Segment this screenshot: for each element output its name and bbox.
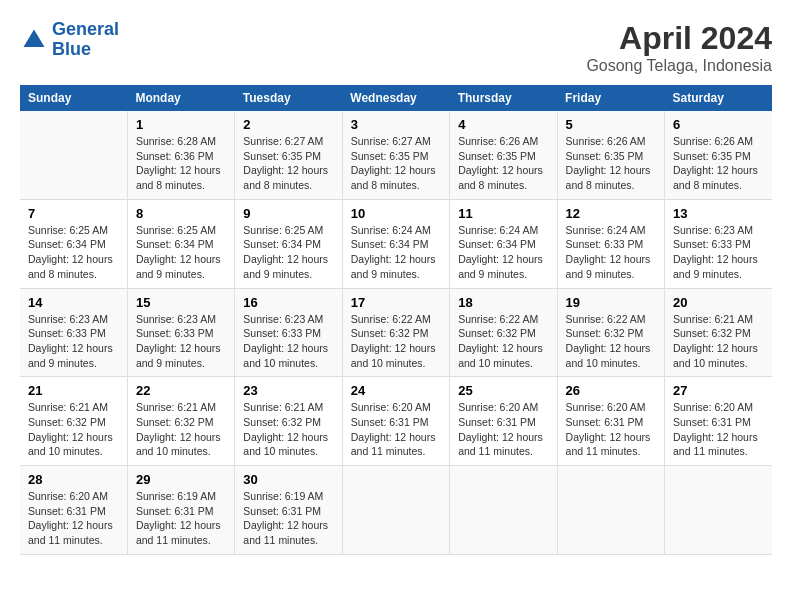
logo-line2: Blue [52,39,91,59]
logo-line1: General [52,19,119,39]
cell-info: Sunrise: 6:21 AM Sunset: 6:32 PM Dayligh… [673,312,764,371]
cell-info: Sunrise: 6:23 AM Sunset: 6:33 PM Dayligh… [28,312,119,371]
cell-info: Sunrise: 6:24 AM Sunset: 6:34 PM Dayligh… [351,223,441,282]
header-monday: Monday [127,85,234,111]
day-number: 1 [136,117,226,132]
cell-info: Sunrise: 6:19 AM Sunset: 6:31 PM Dayligh… [243,489,333,548]
day-number: 11 [458,206,548,221]
calendar-cell: 21Sunrise: 6:21 AM Sunset: 6:32 PM Dayli… [20,377,127,466]
day-number: 15 [136,295,226,310]
cell-info: Sunrise: 6:23 AM Sunset: 6:33 PM Dayligh… [243,312,333,371]
day-number: 19 [566,295,656,310]
calendar-cell: 12Sunrise: 6:24 AM Sunset: 6:33 PM Dayli… [557,199,664,288]
cell-info: Sunrise: 6:19 AM Sunset: 6:31 PM Dayligh… [136,489,226,548]
calendar-cell: 30Sunrise: 6:19 AM Sunset: 6:31 PM Dayli… [235,466,342,555]
cell-info: Sunrise: 6:20 AM Sunset: 6:31 PM Dayligh… [566,400,656,459]
cell-info: Sunrise: 6:21 AM Sunset: 6:32 PM Dayligh… [243,400,333,459]
calendar-cell: 26Sunrise: 6:20 AM Sunset: 6:31 PM Dayli… [557,377,664,466]
cell-info: Sunrise: 6:22 AM Sunset: 6:32 PM Dayligh… [458,312,548,371]
week-row-1: 1Sunrise: 6:28 AM Sunset: 6:36 PM Daylig… [20,111,772,199]
cell-info: Sunrise: 6:28 AM Sunset: 6:36 PM Dayligh… [136,134,226,193]
header-sunday: Sunday [20,85,127,111]
calendar-cell: 16Sunrise: 6:23 AM Sunset: 6:33 PM Dayli… [235,288,342,377]
calendar-cell: 8Sunrise: 6:25 AM Sunset: 6:34 PM Daylig… [127,199,234,288]
calendar-cell [557,466,664,555]
page-subtitle: Gosong Telaga, Indonesia [586,57,772,75]
week-row-5: 28Sunrise: 6:20 AM Sunset: 6:31 PM Dayli… [20,466,772,555]
cell-info: Sunrise: 6:23 AM Sunset: 6:33 PM Dayligh… [673,223,764,282]
cell-info: Sunrise: 6:23 AM Sunset: 6:33 PM Dayligh… [136,312,226,371]
calendar-cell: 14Sunrise: 6:23 AM Sunset: 6:33 PM Dayli… [20,288,127,377]
day-number: 29 [136,472,226,487]
calendar-cell [450,466,557,555]
header-friday: Friday [557,85,664,111]
calendar-cell: 18Sunrise: 6:22 AM Sunset: 6:32 PM Dayli… [450,288,557,377]
calendar-cell: 25Sunrise: 6:20 AM Sunset: 6:31 PM Dayli… [450,377,557,466]
calendar-cell: 1Sunrise: 6:28 AM Sunset: 6:36 PM Daylig… [127,111,234,199]
logo: General Blue [20,20,119,60]
cell-info: Sunrise: 6:20 AM Sunset: 6:31 PM Dayligh… [673,400,764,459]
calendar-cell: 19Sunrise: 6:22 AM Sunset: 6:32 PM Dayli… [557,288,664,377]
header-tuesday: Tuesday [235,85,342,111]
calendar-cell: 2Sunrise: 6:27 AM Sunset: 6:35 PM Daylig… [235,111,342,199]
cell-info: Sunrise: 6:20 AM Sunset: 6:31 PM Dayligh… [351,400,441,459]
day-number: 6 [673,117,764,132]
calendar-cell: 24Sunrise: 6:20 AM Sunset: 6:31 PM Dayli… [342,377,449,466]
cell-info: Sunrise: 6:22 AM Sunset: 6:32 PM Dayligh… [566,312,656,371]
calendar-cell: 20Sunrise: 6:21 AM Sunset: 6:32 PM Dayli… [665,288,772,377]
day-number: 12 [566,206,656,221]
title-block: April 2024 Gosong Telaga, Indonesia [586,20,772,75]
page-header: General Blue April 2024 Gosong Telaga, I… [20,20,772,75]
day-number: 27 [673,383,764,398]
cell-info: Sunrise: 6:27 AM Sunset: 6:35 PM Dayligh… [243,134,333,193]
day-number: 5 [566,117,656,132]
day-number: 2 [243,117,333,132]
calendar-cell: 4Sunrise: 6:26 AM Sunset: 6:35 PM Daylig… [450,111,557,199]
cell-info: Sunrise: 6:27 AM Sunset: 6:35 PM Dayligh… [351,134,441,193]
day-number: 18 [458,295,548,310]
week-row-4: 21Sunrise: 6:21 AM Sunset: 6:32 PM Dayli… [20,377,772,466]
cell-info: Sunrise: 6:24 AM Sunset: 6:34 PM Dayligh… [458,223,548,282]
cell-info: Sunrise: 6:22 AM Sunset: 6:32 PM Dayligh… [351,312,441,371]
calendar-cell: 13Sunrise: 6:23 AM Sunset: 6:33 PM Dayli… [665,199,772,288]
page-title: April 2024 [586,20,772,57]
calendar-cell: 6Sunrise: 6:26 AM Sunset: 6:35 PM Daylig… [665,111,772,199]
calendar-cell: 3Sunrise: 6:27 AM Sunset: 6:35 PM Daylig… [342,111,449,199]
day-number: 8 [136,206,226,221]
day-number: 3 [351,117,441,132]
day-number: 14 [28,295,119,310]
cell-info: Sunrise: 6:25 AM Sunset: 6:34 PM Dayligh… [243,223,333,282]
cell-info: Sunrise: 6:24 AM Sunset: 6:33 PM Dayligh… [566,223,656,282]
cell-info: Sunrise: 6:26 AM Sunset: 6:35 PM Dayligh… [566,134,656,193]
day-number: 10 [351,206,441,221]
calendar-cell: 9Sunrise: 6:25 AM Sunset: 6:34 PM Daylig… [235,199,342,288]
calendar-cell: 27Sunrise: 6:20 AM Sunset: 6:31 PM Dayli… [665,377,772,466]
calendar-cell: 10Sunrise: 6:24 AM Sunset: 6:34 PM Dayli… [342,199,449,288]
header-thursday: Thursday [450,85,557,111]
cell-info: Sunrise: 6:26 AM Sunset: 6:35 PM Dayligh… [673,134,764,193]
cell-info: Sunrise: 6:25 AM Sunset: 6:34 PM Dayligh… [136,223,226,282]
day-number: 7 [28,206,119,221]
day-number: 17 [351,295,441,310]
calendar-cell: 17Sunrise: 6:22 AM Sunset: 6:32 PM Dayli… [342,288,449,377]
week-row-2: 7Sunrise: 6:25 AM Sunset: 6:34 PM Daylig… [20,199,772,288]
day-number: 13 [673,206,764,221]
calendar-cell: 28Sunrise: 6:20 AM Sunset: 6:31 PM Dayli… [20,466,127,555]
cell-info: Sunrise: 6:20 AM Sunset: 6:31 PM Dayligh… [458,400,548,459]
week-row-3: 14Sunrise: 6:23 AM Sunset: 6:33 PM Dayli… [20,288,772,377]
cell-info: Sunrise: 6:21 AM Sunset: 6:32 PM Dayligh… [136,400,226,459]
day-number: 24 [351,383,441,398]
header-wednesday: Wednesday [342,85,449,111]
day-number: 23 [243,383,333,398]
calendar-table: SundayMondayTuesdayWednesdayThursdayFrid… [20,85,772,555]
day-number: 30 [243,472,333,487]
cell-info: Sunrise: 6:25 AM Sunset: 6:34 PM Dayligh… [28,223,119,282]
day-number: 22 [136,383,226,398]
calendar-cell: 11Sunrise: 6:24 AM Sunset: 6:34 PM Dayli… [450,199,557,288]
cell-info: Sunrise: 6:20 AM Sunset: 6:31 PM Dayligh… [28,489,119,548]
day-number: 28 [28,472,119,487]
day-number: 26 [566,383,656,398]
calendar-cell: 15Sunrise: 6:23 AM Sunset: 6:33 PM Dayli… [127,288,234,377]
cell-info: Sunrise: 6:26 AM Sunset: 6:35 PM Dayligh… [458,134,548,193]
day-number: 25 [458,383,548,398]
